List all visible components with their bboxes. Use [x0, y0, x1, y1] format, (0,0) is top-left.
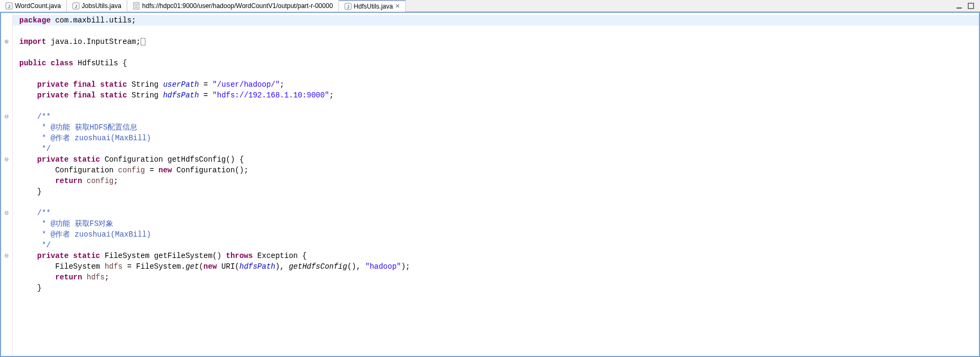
tab-label: JobsUtils.java	[82, 2, 121, 10]
minimize-button[interactable]	[955, 2, 963, 10]
code-line: }	[13, 186, 979, 197]
code-line: public class HdfsUtils {	[13, 58, 979, 69]
gutter-mark	[1, 176, 12, 186]
editor-frame: ⊕ ⊖ ⊖ ⊖ ⊖ package com.maxbill.utils; imp…	[0, 12, 980, 357]
gutter-mark	[1, 283, 12, 293]
gutter-mark	[1, 101, 12, 111]
tab-jobsutils[interactable]: J JobsUtils.java	[67, 0, 127, 12]
code-line: /**	[13, 111, 979, 122]
code-line: * @作者 zuoshuai(MaxBill)	[13, 229, 979, 240]
code-line: */	[13, 143, 979, 154]
code-line: private static FileSystem getFileSystem(…	[13, 250, 979, 261]
code-line: * @功能 获取HDFS配置信息	[13, 122, 979, 133]
code-line: /**	[13, 208, 979, 218]
collapsed-import-indicator[interactable]	[141, 38, 145, 45]
code-line: private final static String hdfsPath = "…	[13, 90, 979, 101]
maximize-button[interactable]	[967, 2, 975, 10]
tab-label: HdfsUtils.java	[354, 3, 393, 10]
fold-collapse-icon[interactable]: ⊖	[1, 154, 12, 165]
gutter-mark	[1, 143, 12, 154]
editor-tabbar: J WordCount.java J JobsUtils.java hdfs:/…	[0, 0, 980, 12]
gutter-mark	[1, 47, 12, 58]
code-line: package com.maxbill.utils;	[13, 15, 979, 26]
java-icon: J	[5, 2, 13, 10]
code-line: }	[13, 283, 979, 293]
code-line: */	[13, 240, 979, 250]
code-line	[13, 69, 979, 79]
fold-expand-icon[interactable]: ⊕	[1, 36, 12, 47]
tab-hdfs-output[interactable]: hdfs://hdpc01:9000/user/hadoop/WordCount…	[127, 0, 339, 12]
code-line	[13, 47, 979, 58]
code-line	[13, 26, 979, 36]
gutter-mark	[1, 26, 12, 36]
gutter-mark	[1, 197, 12, 208]
tab-hdfsutils[interactable]: J HdfsUtils.java ✕	[339, 0, 406, 12]
gutter-mark	[1, 272, 12, 283]
gutter-mark	[1, 261, 12, 272]
svg-text:J: J	[74, 4, 77, 9]
java-icon: J	[344, 3, 352, 10]
java-icon: J	[72, 2, 80, 10]
code-editor[interactable]: package com.maxbill.utils; import java.i…	[13, 13, 979, 356]
gutter-mark	[1, 165, 12, 176]
close-icon[interactable]: ✕	[395, 3, 400, 10]
gutter-mark	[1, 69, 12, 79]
gutter-mark	[1, 90, 12, 101]
svg-rect-10	[956, 7, 962, 9]
code-line: * @功能 获取FS对象	[13, 218, 979, 229]
gutter-mark	[1, 240, 12, 250]
code-line: private final static String userPath = "…	[13, 79, 979, 90]
editor-gutter[interactable]: ⊕ ⊖ ⊖ ⊖ ⊖	[1, 13, 13, 356]
fold-collapse-icon[interactable]: ⊖	[1, 208, 12, 218]
code-line: * @作者 zuoshuai(MaxBill)	[13, 133, 979, 143]
code-line	[13, 101, 979, 111]
code-line: return config;	[13, 176, 979, 186]
tab-wordcount[interactable]: J WordCount.java	[0, 0, 67, 12]
code-line: import java.io.InputStream;	[13, 36, 979, 47]
tab-toolbar	[955, 2, 980, 10]
gutter-mark	[1, 186, 12, 197]
tab-label: WordCount.java	[15, 2, 61, 10]
code-line: return hdfs;	[13, 272, 979, 283]
code-line: FileSystem hdfs = FileSystem.get(new URI…	[13, 261, 979, 272]
code-line: private static Configuration getHdfsConf…	[13, 154, 979, 165]
code-line: Configuration config = new Configuration…	[13, 165, 979, 176]
svg-rect-11	[968, 3, 974, 9]
gutter-mark	[1, 229, 12, 240]
code-line	[13, 197, 979, 208]
svg-text:J: J	[346, 4, 349, 10]
fold-collapse-icon[interactable]: ⊖	[1, 111, 12, 122]
gutter-mark	[1, 58, 12, 69]
gutter-mark	[1, 218, 12, 229]
gutter-mark	[1, 122, 12, 133]
file-icon	[133, 2, 140, 10]
gutter-mark	[1, 15, 12, 26]
gutter-mark	[1, 133, 12, 143]
svg-text:J: J	[7, 4, 10, 9]
fold-collapse-icon[interactable]: ⊖	[1, 250, 12, 261]
tab-label: hdfs://hdpc01:9000/user/hadoop/WordCount…	[142, 2, 333, 10]
gutter-mark	[1, 79, 12, 90]
